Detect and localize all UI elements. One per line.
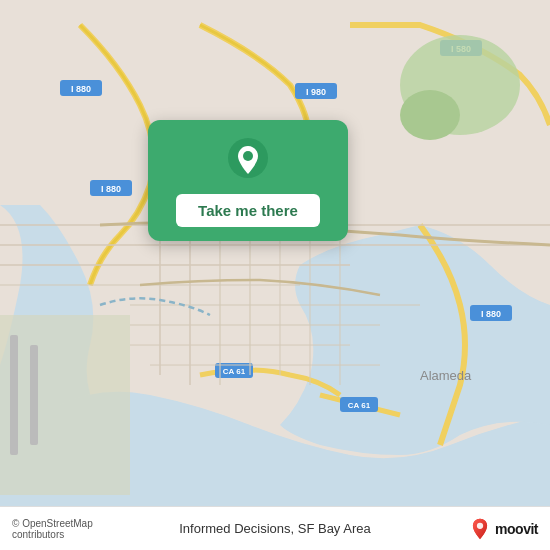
location-pin-icon [226, 138, 270, 182]
location-popup: Take me there [148, 120, 348, 241]
svg-rect-1 [0, 315, 130, 495]
svg-text:I 980: I 980 [306, 87, 326, 97]
bottom-bar: © OpenStreetMap contributors Informed De… [0, 506, 550, 550]
copyright-text: © OpenStreetMap contributors [12, 518, 144, 540]
moovit-logo: moovit [407, 518, 539, 540]
svg-point-34 [400, 90, 460, 140]
svg-text:I 880: I 880 [71, 84, 91, 94]
moovit-pin-icon [469, 518, 491, 540]
svg-point-37 [243, 151, 253, 161]
svg-text:Alameda: Alameda [420, 368, 472, 383]
map-container: I 880 I 880 I 980 I 580 I 880 CA 61 CA 6… [0, 0, 550, 550]
location-name: Informed Decisions, SF Bay Area [144, 521, 407, 536]
map-background: I 880 I 880 I 980 I 580 I 880 CA 61 CA 6… [0, 0, 550, 550]
moovit-brand-text: moovit [495, 521, 538, 537]
svg-text:I 880: I 880 [101, 184, 121, 194]
svg-point-38 [477, 522, 483, 528]
svg-rect-3 [30, 345, 38, 445]
svg-text:I 880: I 880 [481, 309, 501, 319]
svg-text:CA 61: CA 61 [223, 367, 246, 376]
svg-rect-2 [10, 335, 18, 455]
take-me-there-button[interactable]: Take me there [176, 194, 320, 227]
svg-text:CA 61: CA 61 [348, 401, 371, 410]
